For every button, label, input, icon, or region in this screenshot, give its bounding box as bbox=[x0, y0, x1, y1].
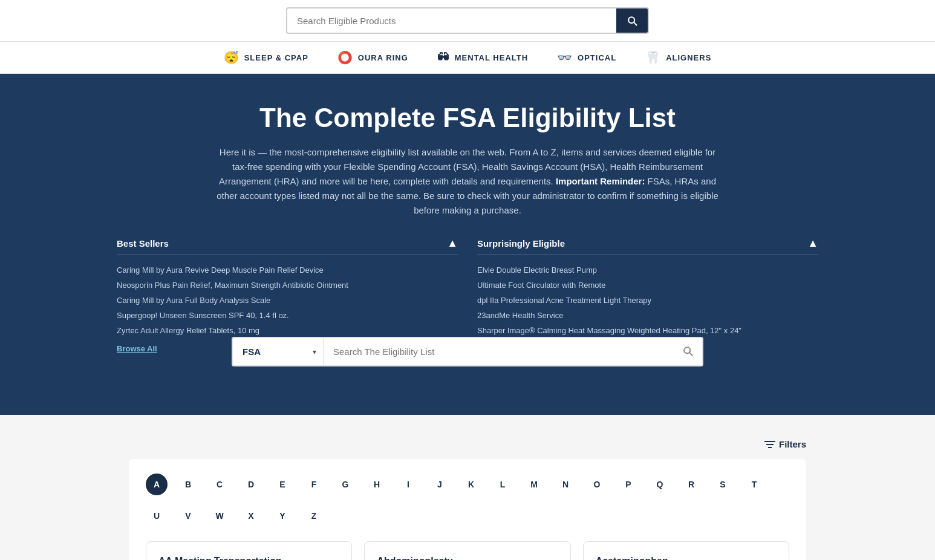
list-item[interactable]: Zyrtec Adult Allergy Relief Tablets, 10 … bbox=[117, 323, 458, 338]
card-content: Acetaminophen ELIGIBLE SHOP bbox=[596, 556, 668, 560]
alpha-btn-n[interactable]: N bbox=[555, 474, 576, 495]
alpha-btn-h[interactable]: H bbox=[366, 474, 388, 495]
alpha-btn-x[interactable]: X bbox=[240, 505, 262, 527]
alpha-btn-q[interactable]: Q bbox=[649, 474, 671, 495]
filters-icon bbox=[764, 440, 775, 449]
nav-item-sleep-cpap[interactable]: 😴 SLEEP & CPAP bbox=[224, 50, 308, 65]
card-abdominoplasty[interactable]: Abdominoplasty NOT ELIGIBLE ⤶ bbox=[364, 541, 570, 560]
best-sellers-collapse-btn[interactable]: ▲ bbox=[447, 237, 458, 250]
alpha-btn-g[interactable]: G bbox=[334, 474, 356, 495]
alpha-btn-l[interactable]: L bbox=[492, 474, 513, 495]
alpha-btn-s[interactable]: S bbox=[712, 474, 734, 495]
list-item[interactable]: Caring Mill by Aura Full Body Analysis S… bbox=[117, 293, 458, 308]
alpha-btn-u[interactable]: U bbox=[146, 505, 168, 527]
optical-icon: 👓 bbox=[557, 50, 573, 65]
nav-label-oura-ring: OURA RING bbox=[358, 53, 408, 62]
surprisingly-eligible-collapse-btn[interactable]: ▲ bbox=[807, 237, 818, 250]
sleep-cpap-icon: 😴 bbox=[224, 50, 239, 65]
oura-ring-icon: ⭕ bbox=[337, 50, 353, 65]
alpha-btn-i[interactable]: I bbox=[397, 474, 419, 495]
list-item[interactable]: dpl IIa Professional Acne Treatment Ligh… bbox=[477, 293, 818, 308]
best-sellers-title: Best Sellers bbox=[117, 238, 169, 249]
alpha-btn-a[interactable]: A bbox=[146, 474, 168, 495]
main-nav: 😴 SLEEP & CPAP ⭕ OURA RING 🕶 MENTAL HEAL… bbox=[0, 42, 935, 74]
mental-health-icon: 🕶 bbox=[437, 51, 450, 65]
filters-button[interactable]: Filters bbox=[764, 439, 806, 449]
eligibility-search-input[interactable] bbox=[324, 338, 673, 365]
alpha-btn-y[interactable]: Y bbox=[272, 505, 293, 527]
alphabet-row: A B C D E F G H I J K L M N O P Q R S T … bbox=[146, 474, 789, 527]
list-item[interactable]: Caring Mill by Aura Revive Deep Muscle P… bbox=[117, 262, 458, 278]
filters-row: Filters bbox=[129, 439, 806, 449]
list-item[interactable]: Sharper Image® Calming Heat Massaging We… bbox=[477, 323, 818, 338]
header bbox=[0, 0, 935, 42]
alphabet-section: A B C D E F G H I J K L M N O P Q R S T … bbox=[129, 459, 806, 560]
card-title: AA Meeting Transportation bbox=[158, 556, 282, 560]
eligibility-search: FSA HSA HRA bbox=[232, 337, 703, 366]
list-item[interactable]: Supergoop! Unseen Sunscreen SPF 40, 1.4 … bbox=[117, 308, 458, 323]
alpha-btn-k[interactable]: K bbox=[460, 474, 482, 495]
main-search-button[interactable] bbox=[616, 8, 648, 33]
surprisingly-eligible-title: Surprisingly Eligible bbox=[477, 238, 565, 249]
aligners-icon: 🦷 bbox=[645, 50, 661, 65]
list-item[interactable]: Ultimate Foot Circulator with Remote bbox=[477, 278, 818, 293]
alpha-btn-c[interactable]: C bbox=[209, 474, 230, 495]
nav-item-mental-health[interactable]: 🕶 MENTAL HEALTH bbox=[437, 51, 528, 65]
alpha-btn-z[interactable]: Z bbox=[303, 505, 325, 527]
account-type-select-wrapper: FSA HSA HRA bbox=[232, 337, 324, 366]
account-type-select[interactable]: FSA HSA HRA bbox=[233, 338, 324, 365]
hero-section: The Complete FSA Eligibility List Here i… bbox=[0, 74, 935, 415]
alpha-btn-d[interactable]: D bbox=[240, 474, 262, 495]
main-search-bar bbox=[286, 7, 649, 34]
alpha-btn-p[interactable]: P bbox=[617, 474, 639, 495]
hero-description: Here it is — the most-comprehensive elig… bbox=[213, 145, 722, 218]
card-aa-meeting-transportation[interactable]: AA Meeting Transportation ELIGIBLE ⤶ bbox=[146, 541, 352, 560]
list-item[interactable]: Neosporin Plus Pain Relief, Maximum Stre… bbox=[117, 278, 458, 293]
filters-label: Filters bbox=[779, 439, 806, 449]
eligibility-input-wrapper bbox=[324, 337, 703, 366]
card-title: Abdominoplasty bbox=[377, 556, 452, 560]
alpha-btn-m[interactable]: M bbox=[523, 474, 545, 495]
list-item[interactable]: 23andMe Health Service bbox=[477, 308, 818, 323]
eligibility-search-button[interactable] bbox=[673, 339, 702, 365]
alpha-btn-w[interactable]: W bbox=[209, 505, 230, 527]
card-acetaminophen[interactable]: Acetaminophen ELIGIBLE SHOP ⤶ bbox=[583, 541, 789, 560]
nav-item-optical[interactable]: 👓 OPTICAL bbox=[557, 50, 616, 65]
main-content: Filters A B C D E F G H I J K L M N O P … bbox=[117, 439, 818, 560]
surprisingly-eligible-items: Elvie Double Electric Breast Pump Ultima… bbox=[477, 262, 818, 338]
hero-title: The Complete FSA Eligibility List bbox=[12, 103, 923, 133]
alpha-btn-o[interactable]: O bbox=[586, 474, 608, 495]
card-title: Acetaminophen bbox=[596, 556, 668, 560]
list-item[interactable]: Elvie Double Electric Breast Pump bbox=[477, 262, 818, 278]
nav-item-oura-ring[interactable]: ⭕ OURA RING bbox=[337, 50, 408, 65]
alpha-btn-r[interactable]: R bbox=[680, 474, 702, 495]
best-sellers-items: Caring Mill by Aura Revive Deep Muscle P… bbox=[117, 262, 458, 338]
alpha-btn-e[interactable]: E bbox=[272, 474, 293, 495]
alpha-btn-f[interactable]: F bbox=[303, 474, 325, 495]
alpha-btn-j[interactable]: J bbox=[429, 474, 451, 495]
card-content: Abdominoplasty NOT ELIGIBLE bbox=[377, 556, 452, 560]
alpha-btn-t[interactable]: T bbox=[743, 474, 765, 495]
alpha-btn-b[interactable]: B bbox=[177, 474, 199, 495]
nav-label-optical: OPTICAL bbox=[578, 53, 616, 62]
main-search-input[interactable] bbox=[287, 10, 616, 32]
cards-row: AA Meeting Transportation ELIGIBLE ⤶ Abd… bbox=[146, 541, 789, 560]
best-sellers-browse-all[interactable]: Browse All bbox=[117, 344, 157, 353]
nav-item-aligners[interactable]: 🦷 ALIGNERS bbox=[645, 50, 711, 65]
nav-label-aligners: ALIGNERS bbox=[666, 53, 711, 62]
nav-label-mental-health: MENTAL HEALTH bbox=[455, 53, 528, 62]
nav-label-sleep-cpap: SLEEP & CPAP bbox=[244, 53, 308, 62]
card-content: AA Meeting Transportation ELIGIBLE bbox=[158, 556, 282, 560]
alpha-btn-v[interactable]: V bbox=[177, 505, 199, 527]
